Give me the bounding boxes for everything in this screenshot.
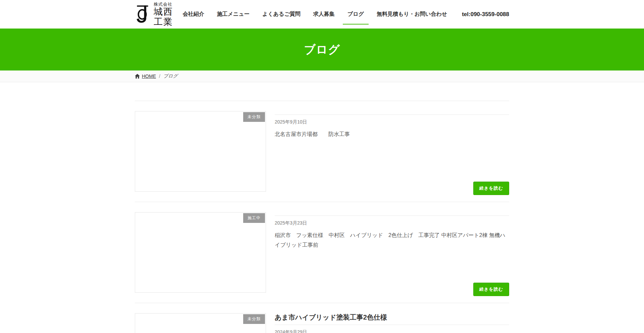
category-badge[interactable]: 未分類 [243,314,265,324]
company-name: 城西工業 [154,7,183,27]
blog-post-1: 未分類 2025年9月10日 北名古屋市片場都 防水工事 続きを読む [135,101,509,202]
post-title[interactable]: あま市ハイブリッド塗装工事2色仕様 [275,313,509,325]
blog-post-list: 未分類 2025年9月10日 北名古屋市片場都 防水工事 続きを読む 施工中 2… [135,82,509,333]
post-date: 2025年3月23日 [275,220,509,226]
breadcrumb-bar: HOME / ブログ [0,70,644,82]
breadcrumb-separator: / [159,74,160,79]
header-phone-number[interactable]: tel:090-3559-0088 [462,11,509,18]
company-logo[interactable]: 株式会社 城西工業 [135,2,183,27]
post-excerpt: 北名古屋市片場都 防水工事 [275,130,509,139]
page-hero-banner: ブログ [0,29,644,70]
page-title: ブログ [304,42,340,57]
post-body: 2025年9月10日 北名古屋市片場都 防水工事 続きを読む [275,111,509,195]
nav-item-blog[interactable]: ブログ [347,9,364,20]
nav-item-contact[interactable]: 無料見積もり・お問い合わせ [377,9,447,20]
read-more-button[interactable]: 続きを読む [473,182,509,195]
breadcrumb-home-link[interactable]: HOME [135,74,156,79]
post-thumbnail[interactable]: 未分類 [135,111,266,192]
post-title[interactable] [275,111,509,115]
nav-item-recruit[interactable]: 求人募集 [313,9,335,20]
category-badge[interactable]: 施工中 [243,213,265,223]
post-body: あま市ハイブリッド塗装工事2色仕様 2024年9月29日 [275,313,509,333]
read-more-button[interactable]: 続きを読む [473,283,509,296]
category-badge[interactable]: 未分類 [243,112,265,122]
site-header: 株式会社 城西工業 会社紹介 施工メニュー よくあるご質問 求人募集 ブログ 無… [0,0,644,29]
breadcrumb: HOME / ブログ [135,70,509,82]
breadcrumb-current: ブログ [163,73,178,79]
nav-item-menu[interactable]: 施工メニュー [217,9,250,20]
blog-post-2: 施工中 2025年3月23日 稲沢市 フッ素仕様 中村区 ハイブリッド 2色仕上… [135,202,509,303]
post-date: 2024年9月29日 [275,329,509,333]
post-thumbnail[interactable]: 施工中 [135,212,266,293]
post-body: 2025年3月23日 稲沢市 フッ素仕様 中村区 ハイブリッド 2色仕上げ 工事… [275,212,509,296]
company-prefix: 株式会社 [154,2,183,7]
logo-mark-icon [135,5,150,23]
home-icon [135,74,140,79]
nav-item-company[interactable]: 会社紹介 [183,9,204,20]
post-title[interactable] [275,212,509,216]
post-date: 2025年9月10日 [275,119,509,125]
post-thumbnail[interactable]: 未分類 [135,313,266,333]
post-excerpt: 稲沢市 フッ素仕様 中村区 ハイブリッド 2色仕上げ 工事完了 中村区アパート2… [275,231,509,250]
main-nav: 会社紹介 施工メニュー よくあるご質問 求人募集 ブログ 無料見積もり・お問い合… [183,9,509,20]
breadcrumb-home-label[interactable]: HOME [142,74,156,79]
blog-post-3: 未分類 あま市ハイブリッド塗装工事2色仕様 2024年9月29日 [135,303,509,333]
nav-item-faq[interactable]: よくあるご質問 [262,9,301,20]
